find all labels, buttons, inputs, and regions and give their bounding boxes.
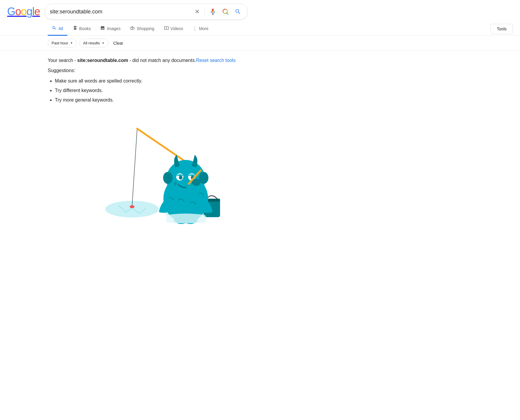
no-results-message: Your search - site:seroundtable.com - di… [48,57,261,64]
books-icon [73,26,78,31]
tools-button[interactable]: Tools [490,24,513,34]
filter-bar: Past hour ▼ All results ▼ Clear [0,36,520,51]
svg-point-23 [174,182,177,186]
logo-letter-G: G [7,5,15,18]
search-input[interactable] [50,9,191,15]
suggestion-item: Try different keywords. [55,86,261,95]
tab-images[interactable]: Images [96,22,125,36]
clear-filters-button[interactable]: Clear [111,39,126,47]
main-content: Your search - site:seroundtable.com - di… [0,51,268,230]
logo-letter-g: g [27,5,32,18]
svg-line-9 [132,129,137,206]
tab-images-label: Images [107,26,120,31]
nav-tabs: All Books Images Shopping Videos ⋮ More … [0,22,520,36]
tab-shopping-label: Shopping [137,26,154,31]
time-filter-chip[interactable]: Past hour ▼ [48,39,77,47]
lens-icon [222,8,229,15]
logo-letter-o1: o [15,5,21,18]
suggestion-item: Make sure all words are spelled correctl… [55,76,261,86]
tab-shopping[interactable]: Shopping [126,22,158,36]
time-filter-chevron: ▼ [70,41,73,45]
suggestions-heading: Suggestions: [48,68,261,73]
svg-point-11 [130,205,134,208]
microphone-icon [210,8,216,15]
videos-icon [164,26,169,31]
time-filter-label: Past hour [52,41,68,45]
tools-label: Tools [497,27,507,31]
reset-search-tools-link[interactable]: Reset search tools [196,58,236,63]
svg-line-3 [227,13,228,15]
all-icon [52,26,57,31]
logo-letter-e: e [34,5,40,18]
clear-icon: ✕ [195,8,200,15]
tab-all[interactable]: All [48,22,67,36]
clear-button[interactable]: ✕ [194,7,201,16]
no-results-query: site:seroundtable.com [77,58,128,63]
search-submit-icon [235,8,241,15]
tab-more-label: More [199,26,208,31]
illustration-area [48,111,261,224]
tab-videos[interactable]: Videos [160,22,188,36]
search-divider [205,8,205,15]
suggestion-item: Try more general keywords. [55,95,261,105]
results-filter-label: All results [83,41,100,45]
no-results-suffix: - did not match any documents. [128,58,196,63]
no-results-illustration [80,111,229,224]
svg-point-21 [179,175,182,180]
lens-button[interactable] [221,7,230,16]
google-logo-link[interactable]: Google [7,5,40,18]
suggestions-list: Make sure all words are spelled correctl… [48,76,261,105]
tab-books-label: Books [79,26,91,31]
results-filter-chip[interactable]: All results ▼ [79,39,109,47]
header: Google ✕ [0,0,520,22]
tab-books[interactable]: Books [69,22,95,36]
more-icon: ⋮ [193,26,197,31]
tab-more[interactable]: ⋮ More [188,22,213,36]
shopping-icon [130,26,135,31]
search-submit-button[interactable] [233,7,242,16]
search-bar-icons: ✕ [194,7,242,16]
search-bar: ✕ [45,4,247,20]
logo-letter-o2: o [21,5,27,18]
tab-videos-label: Videos [171,26,183,31]
microphone-button[interactable] [208,7,217,16]
tab-all-label: All [58,26,63,31]
results-filter-chevron: ▼ [102,41,105,45]
google-logo: Google [7,5,40,18]
svg-point-17 [163,172,173,184]
clear-filter-label: Clear [113,41,123,46]
images-icon [100,26,105,31]
no-results-prefix: Your search - [48,58,77,63]
